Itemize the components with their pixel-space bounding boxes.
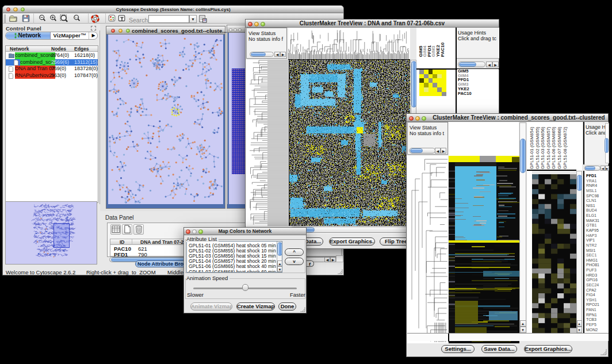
svg-text:GPL51-06 (GSM865): GPL51-06 (GSM865) [551, 127, 556, 169]
svg-text:GPL51-02 (GSM855): GPL51-02 (GSM855) [535, 127, 540, 169]
svg-text:GPL51-04 (GSM857): GPL51-04 (GSM857) [546, 127, 551, 169]
svg-text:GPL51-08 (GSM872): GPL51-08 (GSM872) [563, 127, 568, 169]
svg-text:GPL51-01 (GSM854): GPL51-01 (GSM854) [529, 127, 534, 169]
svg-text:1:1: 1:1 [75, 16, 79, 19]
svg-text:GPL51-07 (GSM868): GPL51-07 (GSM868) [557, 127, 562, 169]
svg-text:PAC10: PAC10 [440, 42, 445, 57]
svg-text:GPL51-03 (GSM856): GPL51-03 (GSM856) [540, 127, 545, 169]
